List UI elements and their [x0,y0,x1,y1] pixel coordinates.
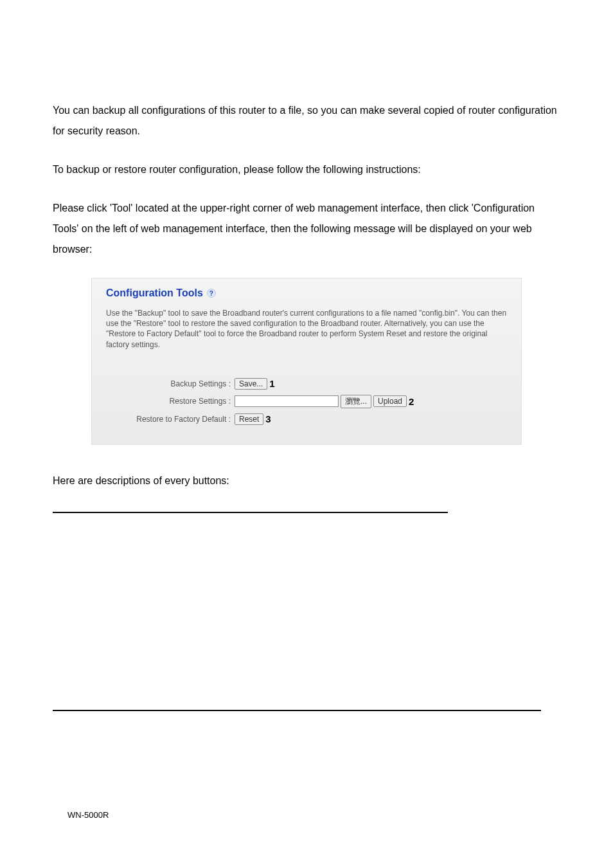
table-bottom-rule [53,710,541,711]
factory-default-row: Restore to Factory Default : Reset 3 [106,413,507,425]
panel-title: Configuration Tools [106,287,203,299]
restore-label: Restore Settings : [106,397,235,406]
table-top-rule [53,512,448,513]
annotation-1: 1 [269,378,274,389]
backup-label: Backup Settings : [106,379,235,388]
panel-title-row: Configuration Tools ? [106,287,507,299]
restore-row: Restore Settings : 瀏覽... Upload 2 [106,395,507,408]
backup-row: Backup Settings : Save... 1 [106,378,507,390]
intro-paragraph-1: You can backup all configurations of thi… [53,100,560,141]
help-icon[interactable]: ? [207,289,216,298]
intro-paragraph-2: To backup or restore router configuratio… [53,159,560,180]
panel-description: Use the "Backup" tool to save the Broadb… [106,308,507,350]
factory-default-label: Restore to Factory Default : [106,415,235,424]
browse-button[interactable]: 瀏覽... [341,395,371,408]
page-content: You can backup all configurations of thi… [0,0,613,513]
restore-file-input[interactable] [235,395,339,407]
configuration-tools-panel: Configuration Tools ? Use the "Backup" t… [91,278,522,445]
upload-button[interactable]: Upload [373,395,407,407]
reset-button[interactable]: Reset [235,413,263,425]
buttons-description-intro: Here are descriptions of every buttons: [53,471,560,491]
intro-paragraph-3: Please click 'Tool' located at the upper… [53,198,560,260]
annotation-2: 2 [409,396,414,407]
save-button[interactable]: Save... [235,378,267,390]
annotation-3: 3 [265,413,271,424]
footer-model: WN-5000R [67,810,109,820]
